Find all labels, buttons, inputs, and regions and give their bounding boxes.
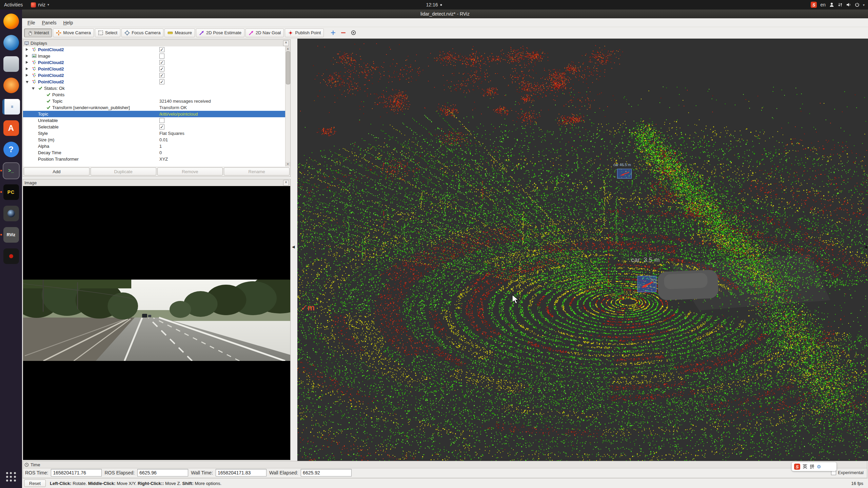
reset-button[interactable]: Reset [24,480,46,487]
enable-checkbox[interactable] [159,66,164,72]
ime-mode[interactable]: 英 [803,464,807,470]
scrollbar[interactable]: ▲ ▼ [285,46,290,166]
app-menu[interactable]: rviz ▾ [27,0,53,9]
pointcloud-canvas[interactable] [297,39,868,461]
enable-checkbox[interactable] [159,79,164,84]
window-titlebar[interactable]: lidar_detect.rviz* - RViz [22,9,868,18]
pc-app-icon[interactable]: PC [3,184,19,200]
close-icon[interactable]: × [283,180,289,186]
network-icon [837,2,843,7]
files-icon[interactable] [3,56,19,72]
tree-row-size-m[interactable]: Size (m)0.01 [23,137,285,143]
tree-row-status-ok[interactable]: Status: Ok [23,85,285,92]
menu-bar: FilePanelsHelp [22,18,868,27]
tree-row-pointcloud2[interactable]: PointCloud2 [23,79,285,85]
tree-row-style[interactable]: StyleFlat Squares [23,130,285,137]
tool-select[interactable]: Select [95,28,120,37]
keyboard-layout[interactable]: en [820,2,826,7]
panel-splitter[interactable]: ◀ [291,39,297,461]
extra-app-icon[interactable] [3,248,19,264]
menu-file[interactable]: File [24,19,39,26]
menu-help[interactable]: Help [60,19,76,26]
tree-row-alpha[interactable]: Alpha1 [23,143,285,149]
system-tray[interactable]: ▾ [829,2,865,7]
rhythmbox-icon[interactable] [3,78,19,93]
tree-row-topic[interactable]: Topic32140 messages received [23,98,285,104]
expand-arrow-icon[interactable] [26,48,28,51]
scroll-thumb[interactable] [286,51,290,84]
close-icon[interactable]: × [283,40,289,46]
menu-panels[interactable]: Panels [39,19,60,26]
property-label: Unreliable [38,117,58,124]
ime-scheme[interactable]: 拼 [810,464,814,470]
enable-checkbox[interactable] [159,47,164,52]
tree-row-points[interactable]: Points [23,92,285,98]
tree-row-topic[interactable]: Topic/kitti/velo/pointcloud [23,111,285,117]
add-tool-button[interactable] [329,28,337,37]
desktop: Activities rviz ▾ 12:16 S en ▾ ≡A?>_PCR [0,0,868,488]
libreoffice-writer-icon[interactable]: ≡ [2,99,20,115]
wall-elapsed-input[interactable] [301,469,352,476]
add-button[interactable]: Add [24,167,90,176]
screenshot-icon[interactable] [3,206,19,221]
rviz-icon[interactable]: RViz [3,227,19,243]
sogou-ime-bar[interactable]: S 英 拼 ⚙ [792,462,836,471]
libreoffice-writer-icon-glyph: ≡ [11,104,13,109]
scroll-up-icon[interactable]: ▲ [285,46,290,51]
tool-move-camera[interactable]: Move Camera [53,28,94,37]
check-icon [46,105,51,110]
tree-row-position-transformer[interactable]: Position TransformerXYZ [23,156,285,162]
image-panel-header[interactable]: Image × [23,179,290,186]
property-value: 0 [159,149,162,156]
wall-time-input[interactable] [216,469,267,476]
collapse-arrow-icon[interactable] [32,87,35,90]
remove-tool-button[interactable] [339,28,348,37]
time-panel-header[interactable]: Time [23,461,867,468]
scroll-down-icon[interactable]: ▼ [285,162,290,166]
enable-checkbox[interactable] [159,54,164,59]
help-icon[interactable]: ? [3,142,19,157]
enable-checkbox[interactable] [159,73,164,78]
tree-row-pointcloud2[interactable]: PointCloud2 [23,72,285,79]
expand-arrow-icon[interactable] [26,67,28,70]
tool-measure[interactable]: Measure [164,28,195,37]
tool-interact[interactable]: Interact [24,28,52,37]
right-panel-expand-icon[interactable]: ◀ [865,245,867,249]
expand-arrow-icon[interactable] [26,61,28,64]
tree-row-transform-sender-unknown-publisher[interactable]: Transform [sender=unknown_publisher]Tran… [23,104,285,111]
tool-publish-point[interactable]: Publish Point [285,28,324,37]
top-bar: Activities rviz ▾ 12:16 S en ▾ [0,0,868,9]
collapse-left-icon[interactable]: ◀ [292,245,295,249]
show-applications-button[interactable] [3,469,19,485]
tool-2d-nav-goal[interactable]: 2D Nav Goal [245,28,284,37]
tree-row-pointcloud2[interactable]: PointCloud2 [23,66,285,72]
gear-icon[interactable]: ⚙ [817,464,821,469]
tree-row-pointcloud2[interactable]: PointCloud2 [23,46,285,53]
clock[interactable]: 12:16 [426,0,442,9]
expand-arrow-icon[interactable] [26,74,28,77]
tree-row-pointcloud2[interactable]: PointCloud2 [23,59,285,66]
tool-focus-camera[interactable]: Focus Camera [121,28,163,37]
displays-panel-header[interactable]: Displays × [23,40,290,47]
tree-row-image[interactable]: Image [23,53,285,59]
enable-checkbox[interactable] [159,118,164,123]
terminal-icon[interactable]: >_ [3,163,19,179]
sogou-input-icon[interactable]: S [811,2,817,8]
detection-box[interactable] [617,169,632,179]
enable-checkbox[interactable] [159,124,164,129]
expand-arrow-icon[interactable] [26,55,28,57]
thunderbird-icon[interactable] [3,35,19,50]
ros-elapsed-input[interactable] [137,469,188,476]
tool-2d-pose-estimate[interactable]: 2D Pose Estimate [196,28,244,37]
activities-button[interactable]: Activities [0,0,27,9]
tree-row-unreliable[interactable]: Unreliable [23,117,285,124]
ros-time-input[interactable] [51,469,102,476]
ubuntu-software-icon[interactable]: A [3,120,19,136]
tree-row-selectable[interactable]: Selectable [23,124,285,130]
detection-box[interactable] [637,276,656,292]
enable-checkbox[interactable] [159,60,164,65]
tool-options-button[interactable] [349,28,358,37]
tree-row-decay-time[interactable]: Decay Time0 [23,149,285,156]
collapse-arrow-icon[interactable] [26,81,28,83]
firefox-icon[interactable] [3,14,19,29]
